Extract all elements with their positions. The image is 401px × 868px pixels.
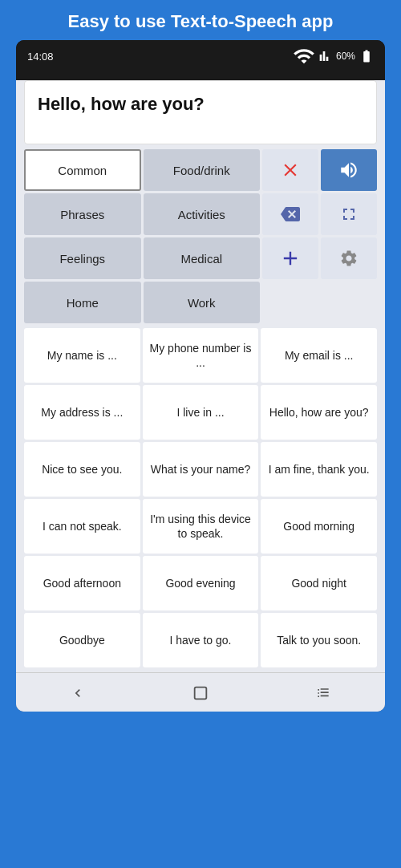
phone-frame: 14:08 60% Hello, how are you? bbox=[16, 40, 385, 712]
text-display[interactable]: Hello, how are you? bbox=[24, 80, 377, 144]
category-work[interactable]: Work bbox=[144, 282, 261, 323]
settings-button[interactable] bbox=[321, 237, 377, 279]
delete-button[interactable] bbox=[262, 193, 318, 235]
app-header: Easy to use Text-to-Speech app bbox=[0, 0, 401, 40]
nav-recent[interactable] bbox=[307, 681, 339, 705]
home-icon bbox=[192, 684, 209, 702]
phrase-btn-12[interactable]: Good afternoon bbox=[24, 556, 140, 610]
phrase-btn-11[interactable]: Good morning bbox=[261, 499, 377, 554]
battery-level: 60% bbox=[336, 51, 355, 62]
phrase-btn-7[interactable]: What is your name? bbox=[143, 442, 259, 497]
backspace-icon bbox=[281, 205, 300, 224]
phrase-btn-0[interactable]: My name is ... bbox=[24, 328, 140, 383]
category-feelings[interactable]: Feelings bbox=[24, 237, 141, 279]
phrase-grid: My name is ... My phone number is ... My… bbox=[24, 328, 377, 667]
wifi-icon bbox=[293, 45, 315, 67]
fullscreen-icon bbox=[339, 205, 358, 224]
phrase-btn-3[interactable]: My address is ... bbox=[24, 385, 140, 440]
header-title: Easy to use Text-to-Speech app bbox=[68, 11, 334, 31]
category-home[interactable]: Home bbox=[24, 282, 141, 323]
nav-home[interactable] bbox=[184, 681, 217, 705]
phrase-btn-13[interactable]: Good evening bbox=[143, 556, 259, 610]
bottom-nav bbox=[16, 672, 385, 712]
gear-icon bbox=[339, 249, 358, 268]
status-bar: 14:08 60% bbox=[16, 40, 385, 72]
recent-icon bbox=[315, 685, 331, 701]
category-phrases[interactable]: Phrases bbox=[24, 193, 141, 235]
add-button[interactable] bbox=[262, 237, 318, 279]
phrase-btn-10[interactable]: I'm using this device to speak. bbox=[143, 499, 259, 554]
speaker-icon bbox=[338, 160, 359, 180]
category-food[interactable]: Food/drink bbox=[144, 149, 261, 191]
category-medical[interactable]: Medical bbox=[144, 237, 261, 279]
phrase-btn-14[interactable]: Good night bbox=[261, 556, 377, 610]
phrase-btn-4[interactable]: I live in ... bbox=[143, 385, 259, 440]
category-activities[interactable]: Activities bbox=[144, 193, 261, 235]
tts-text: Hello, how are you? bbox=[38, 94, 205, 114]
phrase-btn-2[interactable]: My email is ... bbox=[261, 328, 377, 383]
phrase-btn-1[interactable]: My phone number is ... bbox=[143, 328, 259, 383]
add-icon bbox=[279, 247, 302, 270]
phrase-btn-15[interactable]: Goodbye bbox=[24, 613, 140, 667]
status-time: 14:08 bbox=[27, 51, 54, 63]
close-icon bbox=[280, 160, 301, 180]
status-right: 60% bbox=[293, 45, 374, 67]
signal-icon bbox=[319, 50, 332, 63]
expand-button[interactable] bbox=[321, 193, 377, 235]
phrase-btn-5[interactable]: Hello, how are you? bbox=[261, 385, 377, 440]
clear-button[interactable] bbox=[262, 149, 318, 191]
category-grid: Common Food/drink Phrases Activit bbox=[24, 149, 377, 323]
phrase-btn-8[interactable]: I am fine, thank you. bbox=[261, 442, 377, 497]
battery-icon bbox=[359, 49, 374, 63]
back-icon bbox=[70, 685, 86, 701]
category-common[interactable]: Common bbox=[24, 149, 141, 191]
phrase-btn-9[interactable]: I can not speak. bbox=[24, 499, 140, 554]
phrase-btn-6[interactable]: Nice to see you. bbox=[24, 442, 140, 497]
svg-rect-0 bbox=[195, 688, 207, 700]
phrase-btn-16[interactable]: I have to go. bbox=[143, 613, 259, 667]
speak-button[interactable] bbox=[321, 149, 377, 191]
phrase-btn-17[interactable]: Talk to you soon. bbox=[261, 613, 377, 667]
app-body: Hello, how are you? Common Food/drink bbox=[16, 80, 385, 712]
nav-back[interactable] bbox=[62, 681, 94, 705]
